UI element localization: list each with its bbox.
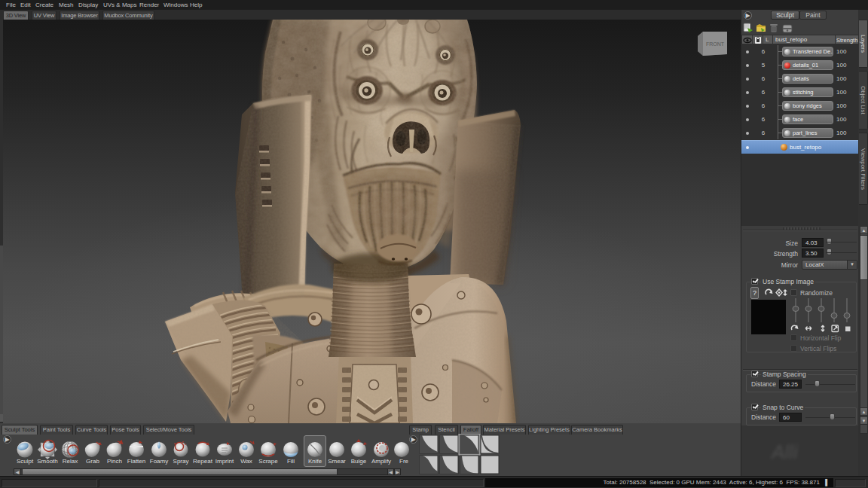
svg-text:FRONT: FRONT	[706, 41, 725, 47]
